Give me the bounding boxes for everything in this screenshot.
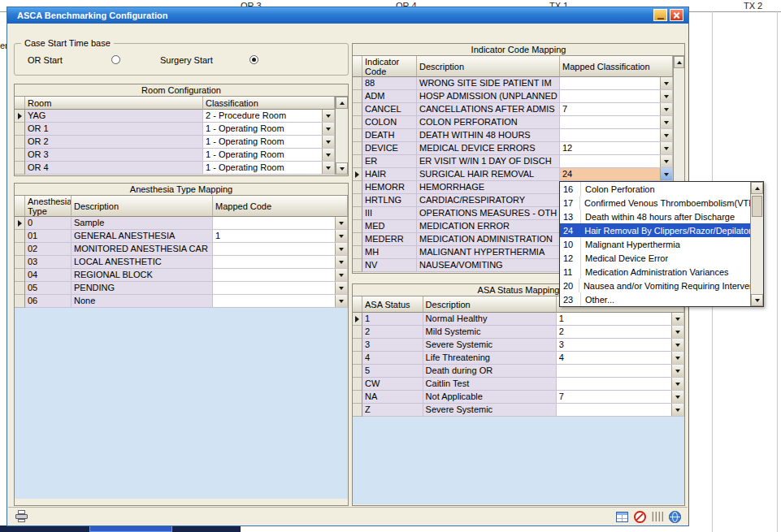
dropdown-arrow-icon[interactable] xyxy=(671,365,683,377)
table-row[interactable]: 5 Death during OR xyxy=(353,365,684,378)
dropdown-arrow-icon[interactable] xyxy=(322,162,334,174)
row-selector[interactable] xyxy=(15,162,25,175)
row-selector[interactable] xyxy=(15,110,25,123)
dropdown-item[interactable]: 10Malignant Hyperthermia xyxy=(560,237,750,251)
indicator-code-cell[interactable]: ADM xyxy=(362,90,417,103)
mapped-classification-combo[interactable]: 7 xyxy=(560,103,673,116)
dropdown-item[interactable]: 13Death within 48 hours after Discharge xyxy=(560,210,750,223)
mapped-classification-combo[interactable] xyxy=(560,90,673,103)
description-cell[interactable]: CANCELLATIONS AFTER ADMIS xyxy=(417,103,560,116)
minimize-button[interactable] xyxy=(653,9,667,21)
description-cell[interactable]: NAUSEA/VOMITING xyxy=(417,259,560,272)
anesthesia-type-cell[interactable]: 04 xyxy=(25,269,72,282)
dropdown-arrow-icon[interactable] xyxy=(335,282,347,294)
scrollbar-thumb[interactable] xyxy=(752,196,762,217)
description-cell[interactable]: GENERAL ANESTHESIA xyxy=(72,230,213,243)
table-row[interactable]: 01 GENERAL ANESTHESIA 1 xyxy=(15,230,348,243)
row-selector[interactable] xyxy=(353,168,362,181)
asa-status-cell[interactable]: Z xyxy=(362,404,423,417)
row-selector[interactable] xyxy=(15,295,25,308)
dropdown-item[interactable]: 16Colon Perforation xyxy=(560,182,750,196)
dropdown-arrow-icon[interactable] xyxy=(671,378,683,390)
asa-status-cell[interactable]: 4 xyxy=(362,352,423,365)
row-selector[interactable] xyxy=(353,313,362,326)
dropdown-arrow-icon[interactable] xyxy=(671,313,683,325)
indicator-code-cell[interactable]: 88 xyxy=(362,77,417,90)
mapped-combo[interactable] xyxy=(557,378,684,391)
description-cell[interactable]: PENDING xyxy=(72,282,213,295)
dropdown-arrow-icon[interactable] xyxy=(322,136,334,148)
asa-status-cell[interactable]: 5 xyxy=(362,365,423,378)
mapped-combo[interactable] xyxy=(557,365,684,378)
mapped-classification-combo[interactable] xyxy=(560,155,673,168)
row-selector[interactable] xyxy=(353,129,362,142)
table-row[interactable]: DEVICE MEDICAL DEVICE ERRORS 12 xyxy=(353,142,673,155)
mapped-code-combo[interactable] xyxy=(213,256,348,269)
scroll-down-icon[interactable] xyxy=(336,162,348,175)
mapped-classification-combo[interactable] xyxy=(560,77,673,90)
row-selector[interactable] xyxy=(353,116,362,129)
table-row[interactable]: 3 Severe Systemic 3 xyxy=(353,339,684,352)
table-row[interactable]: YAG 2 - Procedure Room xyxy=(15,110,335,123)
dropdown-item[interactable]: 17Confirmed Venous Thromboembolism(VTE) xyxy=(560,196,750,210)
table-row[interactable]: 06 None xyxy=(15,295,348,308)
classification-combo[interactable]: 1 - Operating Room xyxy=(203,136,335,149)
dropdown-scrollbar[interactable] xyxy=(750,182,763,306)
description-cell[interactable]: Sample xyxy=(72,217,213,230)
dropdown-item[interactable]: 20Nausea and/or Vomiting Requiring Inter… xyxy=(560,279,750,292)
dropdown-arrow-icon[interactable] xyxy=(671,391,683,403)
table-row[interactable]: DEATH DEATH WITHIN 48 HOURS xyxy=(353,129,673,142)
dropdown-arrow-icon[interactable] xyxy=(660,77,672,89)
dropdown-arrow-icon[interactable] xyxy=(335,295,347,307)
table-row[interactable]: 03 LOCAL ANESTHETIC xyxy=(15,256,348,269)
indicator-code-cell[interactable]: NV xyxy=(362,259,417,272)
description-cell[interactable]: SURGICAL HAIR REMOVAL xyxy=(417,168,560,181)
description-cell[interactable]: OPERATIONS MEASURES - OTH xyxy=(417,207,560,220)
room-cell[interactable]: OR 3 xyxy=(25,149,203,162)
room-cell[interactable]: OR 2 xyxy=(25,136,203,149)
scroll-up-icon[interactable] xyxy=(751,182,763,194)
scroll-up-icon[interactable] xyxy=(336,97,348,109)
row-selector[interactable] xyxy=(353,90,362,103)
mapped-code-combo[interactable] xyxy=(213,282,348,295)
description-cell[interactable]: COLON PERFORATION xyxy=(417,116,560,129)
dropdown-arrow-icon[interactable] xyxy=(671,404,683,416)
scroll-up-icon[interactable] xyxy=(674,56,684,68)
table-row[interactable]: 1 Normal Healthy 1 xyxy=(353,313,684,326)
dropdown-arrow-icon[interactable] xyxy=(335,217,347,229)
description-cell[interactable]: MEDICAL DEVICE ERRORS xyxy=(417,142,560,155)
description-cell[interactable]: Mild Systemic xyxy=(423,326,557,339)
anesthesia-type-cell[interactable]: 06 xyxy=(25,295,72,308)
description-cell[interactable]: None xyxy=(72,295,213,308)
dropdown-item-selected[interactable]: 24Hair Removal By Clippers/Razor/Depilat… xyxy=(560,223,750,237)
row-selector[interactable] xyxy=(353,352,362,365)
asa-status-cell[interactable]: 3 xyxy=(362,339,423,352)
table-row[interactable]: OR 3 1 - Operating Room xyxy=(15,149,335,162)
row-selector[interactable] xyxy=(353,404,362,417)
mapped-code-combo[interactable] xyxy=(213,217,348,230)
description-cell[interactable]: MEDICATION ERROR xyxy=(417,220,560,233)
table-row[interactable]: OR 2 1 - Operating Room xyxy=(15,136,335,149)
table-icon[interactable] xyxy=(616,512,628,522)
mapped-code-combo[interactable] xyxy=(213,295,348,308)
table-row[interactable]: COLON COLON PERFORATION xyxy=(353,116,673,129)
table-row[interactable]: 04 REGIONAL BLOCK xyxy=(15,269,348,282)
indicator-code-cell[interactable]: DEATH xyxy=(362,129,417,142)
surgery-start-radio[interactable] xyxy=(249,55,258,64)
mapped-combo[interactable]: 4 xyxy=(557,352,684,365)
row-selector[interactable] xyxy=(353,181,362,194)
description-cell[interactable]: Normal Healthy xyxy=(423,313,557,326)
indicator-code-cell[interactable]: III xyxy=(362,207,417,220)
table-row-current[interactable]: HAIR SURGICAL HAIR REMOVAL 24 xyxy=(353,168,673,181)
printer-icon[interactable] xyxy=(15,510,29,523)
row-selector[interactable] xyxy=(15,269,25,282)
indicator-code-cell[interactable]: ER xyxy=(362,155,417,168)
indicator-code-cell[interactable]: HRTLNG xyxy=(362,194,417,207)
anesthesia-type-cell[interactable]: 02 xyxy=(25,243,72,256)
table-row[interactable]: 05 PENDING xyxy=(15,282,348,295)
row-selector[interactable] xyxy=(15,230,25,243)
dropdown-arrow-icon[interactable] xyxy=(660,168,672,180)
row-selector[interactable] xyxy=(15,149,25,162)
description-cell[interactable]: Caitlin Test xyxy=(423,378,557,391)
dropdown-arrow-icon[interactable] xyxy=(660,90,672,102)
